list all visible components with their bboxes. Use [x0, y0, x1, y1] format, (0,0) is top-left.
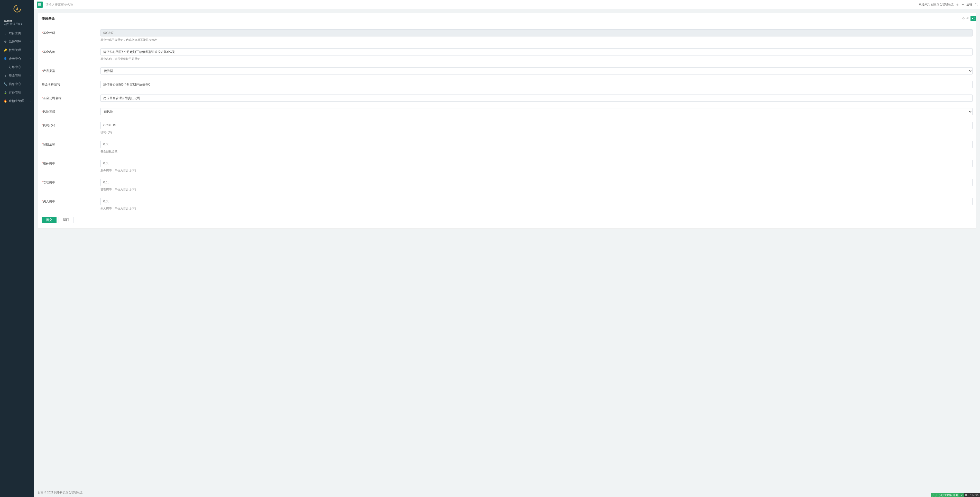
help-fund-code: 基金代码不能重复，代码创建后不能再次修改 [100, 38, 972, 42]
select-product-type[interactable]: 债券型 [100, 67, 972, 75]
user-role[interactable]: 超级管理员9 ▾ [4, 22, 30, 26]
footer: 创富 © 2021 网络科技后台管理系统 [34, 488, 980, 497]
label-fund-name: *基金名称 [41, 48, 100, 61]
input-service-fee[interactable] [100, 160, 972, 167]
expand-icon[interactable]: ⛶ [975, 3, 977, 6]
key-icon: 🔑 [3, 49, 7, 52]
cogs-icon: ⚙ [3, 40, 7, 43]
nav-info[interactable]: 🔧信息中心‹ [0, 80, 34, 88]
panel-title: 修改基金 [41, 16, 55, 21]
label-manage-fee: *管理费率 [41, 179, 100, 191]
chevron-left-icon: ‹ [30, 49, 30, 52]
nav-fund[interactable]: ¥基金管理‹ [0, 71, 34, 80]
logo-icon [13, 5, 21, 13]
row-risk: *风险等级 低风险 [41, 108, 972, 115]
share-icon [972, 17, 975, 20]
select-risk[interactable]: 低风险 [100, 108, 972, 115]
sidebar: admin 超级管理员9 ▾ ⌂后台主页 ⚙系统管理‹ 🔑权限管理‹ 👤会员中心… [0, 0, 34, 497]
nav-member[interactable]: 👤会员中心‹ [0, 54, 34, 63]
label-service-fee: *服务费率 [41, 160, 100, 172]
label-company: *基金公司名称 [41, 95, 100, 102]
nav-menu: ⌂后台主页 ⚙系统管理‹ 🔑权限管理‹ 👤会员中心‹ ☰订单中心‹ ¥基金管理‹… [0, 29, 34, 105]
label-fund-code: *基金代码 [41, 29, 100, 42]
topbar: 欢迎来到 创富后台管理系统 🗑 ↪ 注销 ⛶ [34, 0, 980, 9]
logout-link[interactable]: 注销 [966, 3, 972, 6]
back-button[interactable]: 返回 [59, 217, 73, 223]
row-fund-code: *基金代码 基金代码不能重复，代码创建后不能再次修改 [41, 29, 972, 42]
username: admin [4, 19, 30, 22]
label-product-type: *产品类型 [41, 67, 100, 75]
chevron-left-icon: ‹ [30, 75, 30, 77]
label-start-amount: *起投金额 [41, 141, 100, 153]
user-icon: 👤 [3, 57, 7, 60]
bottom-ticker: 开开心心过大年 开开 ✔ 0.070599s [931, 493, 980, 497]
leaf-icon: 🍃 [3, 91, 7, 94]
panel-tools: ⟳ ↶ [962, 16, 972, 21]
list-icon: ☰ [3, 65, 7, 69]
chevron-left-icon: ‹ [30, 83, 30, 86]
label-short-name: 基金名称缩写 [41, 81, 100, 88]
nav-home[interactable]: ⌂后台主页 [0, 29, 34, 38]
row-fund-name: *基金名称 基金名称，请尽量保持不要重复 [41, 48, 972, 61]
chevron-left-icon: ‹ [30, 66, 30, 68]
topbar-right: 欢迎来到 创富后台管理系统 🗑 ↪ 注销 ⛶ [919, 3, 977, 6]
row-manage-fee: *管理费率 管理费率，单位为百分比(%) [41, 179, 972, 191]
label-org-code: *机构代码 [41, 122, 100, 134]
help-manage-fee: 管理费率，单位为百分比(%) [100, 187, 972, 191]
ticker-time: 0.070599s [964, 493, 980, 497]
form-actions: 提交 返回 [41, 217, 972, 223]
form: *基金代码 基金代码不能重复，代码创建后不能再次修改 *基金名称 基金名称，请尽… [38, 24, 976, 228]
nav-permission[interactable]: 🔑权限管理‹ [0, 46, 34, 54]
input-company[interactable] [100, 95, 972, 102]
input-short-name[interactable] [100, 81, 972, 88]
toggle-sidebar-button[interactable] [37, 2, 43, 8]
ticker-text: 开开心心过大年 开开 [931, 493, 959, 497]
label-buy-fee: *买入费率 [41, 198, 100, 210]
logo-area [0, 0, 34, 17]
chevron-left-icon: ‹ [30, 41, 30, 43]
trash-icon[interactable]: 🗑 [956, 3, 959, 6]
input-buy-fee[interactable] [100, 198, 972, 205]
back-arrow-icon[interactable]: ↶ [966, 17, 969, 20]
wrench-icon: 🔧 [3, 83, 7, 86]
logout-icon[interactable]: ↪ [961, 3, 964, 6]
input-fund-name[interactable] [100, 48, 972, 56]
fire-icon: 🔥 [3, 99, 7, 103]
refresh-icon[interactable]: ⟳ [962, 17, 965, 20]
input-manage-fee[interactable] [100, 179, 972, 186]
search-input[interactable] [46, 3, 97, 6]
panel: 修改基金 ⟳ ↶ *基金代码 基金代码不能重复，代码创建后 [38, 13, 977, 229]
chevron-left-icon: ‹ [30, 100, 30, 103]
row-company: *基金公司名称 [41, 95, 972, 102]
input-start-amount[interactable] [100, 141, 972, 148]
chevron-left-icon: ‹ [30, 91, 30, 94]
nav-balance[interactable]: 🔥余额宝管理‹ [0, 97, 34, 105]
welcome-text: 欢迎来到 创富后台管理系统 [919, 3, 953, 6]
row-org-code: *机构代码 机构代码 [41, 122, 972, 134]
menu-icon [38, 3, 41, 6]
row-service-fee: *服务费率 服务费率，单位为百分比(%) [41, 160, 972, 172]
row-product-type: *产品类型 债券型 [41, 67, 972, 75]
label-risk: *风险等级 [41, 108, 100, 115]
help-buy-fee: 买入费率，单位为百分比(%) [100, 206, 972, 210]
nav-order[interactable]: ☰订单中心‹ [0, 63, 34, 71]
home-icon: ⌂ [3, 32, 7, 35]
ticker-check-icon: ✔ [959, 493, 964, 497]
row-start-amount: *起投金额 基金起投金额 [41, 141, 972, 153]
submit-button[interactable]: 提交 [41, 217, 57, 223]
input-fund-code [100, 29, 972, 37]
yen-icon: ¥ [3, 74, 7, 77]
input-org-code[interactable] [100, 122, 972, 129]
row-short-name: 基金名称缩写 [41, 81, 972, 88]
panel-header: 修改基金 ⟳ ↶ [38, 13, 976, 24]
main: 欢迎来到 创富后台管理系统 🗑 ↪ 注销 ⛶ 修改基金 ⟳ ↶ [34, 0, 980, 497]
help-fund-name: 基金名称，请尽量保持不要重复 [100, 57, 972, 61]
share-button[interactable] [970, 16, 976, 21]
help-service-fee: 服务费率，单位为百分比(%) [100, 168, 972, 172]
nav-system[interactable]: ⚙系统管理‹ [0, 38, 34, 46]
row-buy-fee: *买入费率 买入费率，单位为百分比(%) [41, 198, 972, 210]
content: 修改基金 ⟳ ↶ *基金代码 基金代码不能重复，代码创建后 [34, 9, 980, 488]
caret-down-icon: ▾ [21, 22, 22, 26]
help-org-code: 机构代码 [100, 130, 972, 134]
nav-finance[interactable]: 🍃财务管理‹ [0, 88, 34, 97]
